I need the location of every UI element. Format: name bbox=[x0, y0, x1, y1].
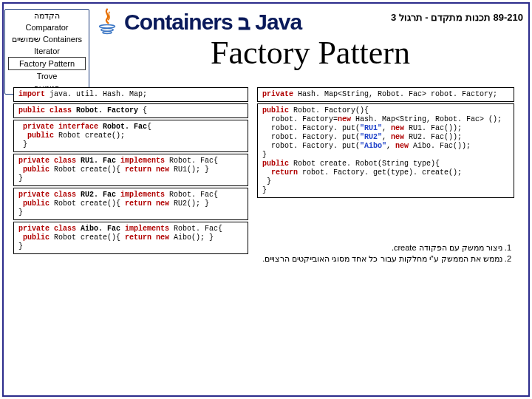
outline-item[interactable]: שימושיים Containers bbox=[5, 33, 89, 45]
code-box: public Robot. Factory(){ robot. Factory=… bbox=[257, 103, 514, 198]
code-box: private class RU1. Fac implements Robot.… bbox=[13, 154, 248, 186]
code-box: private Hash. Map<String, Robot. Fac> ro… bbox=[257, 87, 514, 102]
java-logo-icon bbox=[96, 7, 118, 35]
course-label: 89-210 תכנות מתקדם - תרגול 3 bbox=[391, 12, 523, 23]
slide-title: Factory Pattern bbox=[103, 34, 517, 72]
outline-panel: הקדמה Comparator שימושיים Containers Ite… bbox=[4, 9, 89, 95]
outline-item[interactable]: Trove bbox=[5, 70, 89, 82]
wordart-title: Containers ב Java bbox=[124, 9, 301, 35]
outline-item[interactable]: הקדמה bbox=[5, 10, 89, 21]
svg-point-0 bbox=[100, 25, 115, 29]
header: Containers ב Java 89-210 תכנות מתקדם - ת… bbox=[96, 6, 525, 37]
code-box: private class RU2. Fac implements Robot.… bbox=[13, 188, 248, 220]
outline-item-active[interactable]: Factory Pattern bbox=[8, 57, 86, 70]
svg-point-1 bbox=[101, 28, 114, 31]
code-box: import java. util. Hash. Map; bbox=[13, 87, 248, 102]
outline-item[interactable]: Iterator bbox=[5, 45, 89, 57]
code-box: private class Aibo. Fac implements Robot… bbox=[13, 222, 248, 254]
code-box: public class Robot. Factory { bbox=[13, 103, 248, 118]
outline-item[interactable]: Comparator bbox=[5, 21, 89, 33]
code-box: private interface Robot. Fac{ public Rob… bbox=[13, 120, 248, 152]
notes: 1. ניצור ממשק עם הפקודה create. 2. נממש … bbox=[256, 242, 511, 265]
